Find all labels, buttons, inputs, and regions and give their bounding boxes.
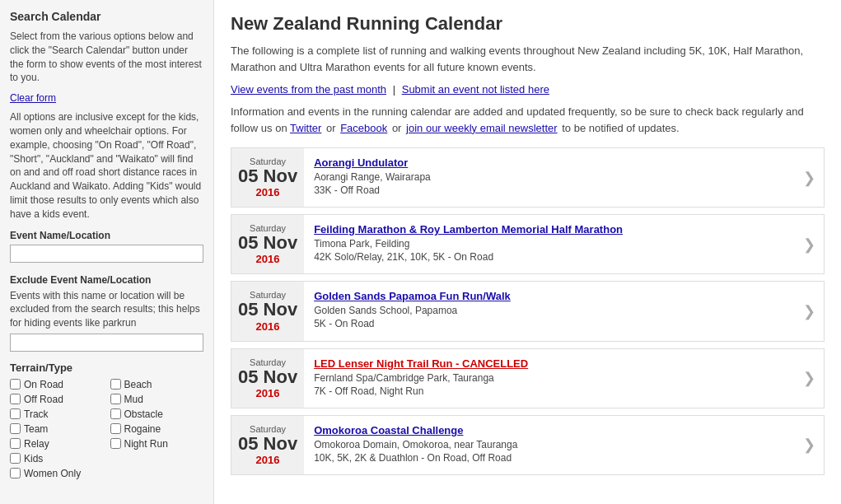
checkbox-mud[interactable]: Mud [110, 394, 204, 405]
checkbox-team[interactable]: Team [10, 423, 104, 435]
checkbox-on-road[interactable]: On Road [10, 379, 104, 390]
view-past-link[interactable]: View events from the past month [231, 83, 386, 96]
event-year: 2016 [256, 454, 280, 466]
intro-text: The following is a complete list of runn… [231, 43, 825, 75]
checkbox-women-only-input[interactable] [10, 468, 21, 478]
event-details: 5K - On Road [314, 318, 785, 329]
event-card[interactable]: Saturday 05 Nov 2016 Feilding Marathon &… [231, 214, 825, 274]
chevron-right-icon: ❯ [795, 416, 824, 474]
checkbox-night-run[interactable]: Night Run [110, 438, 204, 450]
page-title: New Zealand Running Calendar [231, 13, 825, 35]
checkbox-off-road[interactable]: Off Road [10, 394, 104, 405]
checkbox-relay-input[interactable] [10, 438, 21, 449]
checkbox-relay[interactable]: Relay [10, 438, 104, 450]
event-details: 33K - Off Road [314, 184, 785, 196]
checkbox-on-road-input[interactable] [10, 379, 21, 390]
separator: | [393, 83, 395, 96]
event-name-label: Event Name/Location [10, 230, 203, 241]
event-location: Golden Sands School, Papamoa [314, 305, 785, 316]
links-row: View events from the past month | Submit… [231, 83, 825, 96]
or1: or [326, 122, 336, 134]
submit-link[interactable]: Submit an event not listed here [402, 83, 549, 96]
checkbox-rogaine[interactable]: Rogaine [110, 423, 204, 435]
checkbox-obstacle[interactable]: Obstacle [110, 408, 204, 420]
event-title[interactable]: LED Lenser Night Trail Run - CANCELLED [314, 357, 785, 370]
event-day-name: Saturday [250, 357, 286, 367]
exclude-description: Events with this name or location will b… [10, 289, 203, 330]
event-body: LED Lenser Night Trail Run - CANCELLED F… [304, 349, 795, 408]
checkbox-kids-input[interactable] [10, 453, 21, 464]
chevron-right-icon: ❯ [795, 282, 824, 340]
terrain-type-label: Terrain/Type [10, 362, 203, 374]
event-day-num: 05 Nov [238, 367, 297, 387]
event-details: 7K - Off Road, Night Run [314, 385, 785, 397]
chevron-right-icon: ❯ [795, 148, 824, 207]
event-date: Saturday 05 Nov 2016 [231, 349, 304, 408]
events-container: Saturday 05 Nov 2016 Aorangi Undulator A… [231, 147, 825, 475]
event-title[interactable]: Golden Sands Papamoa Fun Run/Walk [314, 290, 785, 302]
event-date: Saturday 05 Nov 2016 [231, 148, 304, 207]
event-body: Aorangi Undulator Aorangi Range, Wairara… [304, 148, 795, 207]
event-body: Omokoroa Coastal Challenge Omokoroa Doma… [304, 416, 795, 474]
event-location: Aorangi Range, Wairarapa [314, 171, 785, 183]
main-content: New Zealand Running Calendar The followi… [214, 0, 841, 504]
checkbox-night-run-input[interactable] [110, 438, 121, 449]
sidebar-heading: Search Calendar [10, 10, 203, 23]
or2: or [392, 122, 402, 134]
event-title[interactable]: Feilding Marathon & Roy Lamberton Memori… [314, 223, 785, 236]
checkbox-rogaine-input[interactable] [110, 423, 121, 434]
newsletter-link[interactable]: join our weekly email newsletter [406, 122, 558, 134]
event-title[interactable]: Omokoroa Coastal Challenge [314, 424, 785, 436]
sidebar-desc1: Select from the various options below an… [10, 30, 203, 85]
exclude-label: Exclude Event Name/Location [10, 274, 203, 286]
sidebar-desc2: All options are inclusive except for the… [10, 110, 203, 221]
event-title[interactable]: Aorangi Undulator [314, 156, 785, 169]
event-body: Feilding Marathon & Roy Lamberton Memori… [304, 215, 795, 273]
info-text: Information and events in the running ca… [231, 104, 825, 136]
event-location: Omokoroa Domain, Omokoroa, near Tauranga [314, 439, 785, 450]
checkbox-team-input[interactable] [10, 423, 21, 434]
event-date: Saturday 05 Nov 2016 [231, 416, 304, 474]
checkbox-grid: On Road Beach Off Road Mud Track Obstacl… [10, 379, 203, 479]
event-day-num: 05 Nov [238, 434, 297, 454]
event-day-name: Saturday [250, 424, 286, 434]
event-date: Saturday 05 Nov 2016 [231, 282, 304, 340]
event-day-num: 05 Nov [238, 300, 297, 320]
event-year: 2016 [256, 186, 280, 198]
checkbox-beach[interactable]: Beach [110, 379, 204, 390]
event-card[interactable]: Saturday 05 Nov 2016 Aorangi Undulator A… [231, 147, 825, 208]
event-year: 2016 [256, 320, 280, 333]
event-card[interactable]: Saturday 05 Nov 2016 LED Lenser Night Tr… [231, 348, 825, 408]
event-date: Saturday 05 Nov 2016 [231, 215, 304, 273]
event-details: 42K Solo/Relay, 21K, 10K, 5K - On Road [314, 251, 785, 263]
event-year: 2016 [256, 253, 280, 265]
exclude-input[interactable] [10, 334, 203, 352]
checkbox-off-road-input[interactable] [10, 394, 21, 404]
checkbox-obstacle-input[interactable] [110, 408, 121, 419]
sidebar: Search Calendar Select from the various … [0, 0, 214, 504]
event-day-num: 05 Nov [238, 166, 297, 186]
event-name-input[interactable] [10, 245, 203, 263]
event-year: 2016 [256, 387, 280, 399]
chevron-right-icon: ❯ [795, 215, 824, 273]
chevron-right-icon: ❯ [795, 349, 824, 408]
checkbox-track[interactable]: Track [10, 408, 104, 420]
checkbox-mud-input[interactable] [110, 394, 121, 404]
clear-form-link[interactable]: Clear form [10, 92, 56, 104]
info-text-end: to be notified of updates. [562, 122, 679, 134]
checkbox-beach-input[interactable] [110, 379, 121, 390]
facebook-link[interactable]: Facebook [340, 122, 387, 134]
checkbox-kids[interactable]: Kids [10, 453, 104, 464]
checkbox-track-input[interactable] [10, 408, 21, 419]
event-body: Golden Sands Papamoa Fun Run/Walk Golden… [304, 282, 795, 340]
checkbox-women-only[interactable]: Women Only [10, 468, 104, 479]
event-card[interactable]: Saturday 05 Nov 2016 Omokoroa Coastal Ch… [231, 415, 825, 475]
event-location: Timona Park, Feilding [314, 238, 785, 250]
event-day-num: 05 Nov [238, 233, 297, 253]
twitter-link[interactable]: Twitter [290, 122, 321, 134]
event-card[interactable]: Saturday 05 Nov 2016 Golden Sands Papamo… [231, 281, 825, 341]
event-details: 10K, 5K, 2K & Duathlon - On Road, Off Ro… [314, 452, 785, 464]
event-location: Fernland Spa/Cambridge Park, Tauranga [314, 372, 785, 384]
